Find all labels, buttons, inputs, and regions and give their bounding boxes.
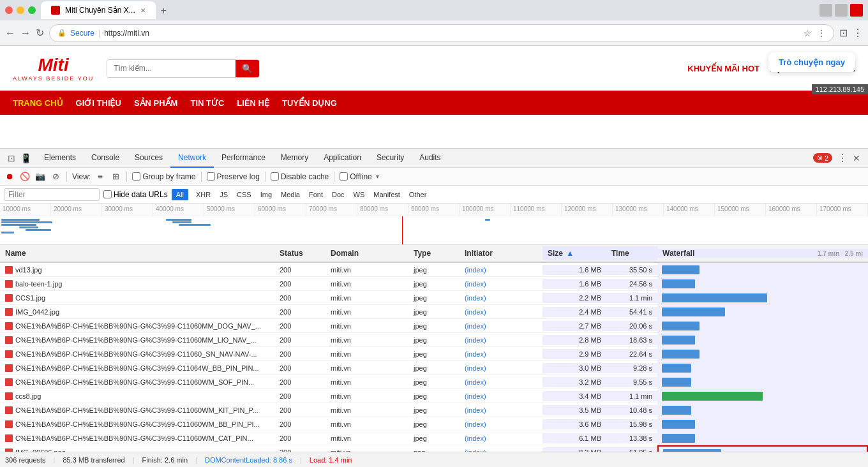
hide-data-urls-checkbox[interactable]: Hide data URLs bbox=[103, 190, 168, 199]
table-row[interactable]: C%E1%BA%B6P-CH%E1%BB%90NG-G%C3%99-C11060… bbox=[0, 333, 868, 347]
minimize-traffic[interactable] bbox=[17, 6, 24, 14]
tab-console[interactable]: Console bbox=[84, 149, 127, 168]
close-traffic[interactable] bbox=[5, 6, 13, 14]
device-toolbar-icon[interactable]: 📱 bbox=[20, 153, 31, 163]
group-by-frame-checkbox[interactable]: Group by frame bbox=[132, 172, 195, 181]
table-row[interactable]: C%E1%BA%B6P-CH%E1%BB%90NG-G%C3%99-C11060… bbox=[0, 403, 868, 417]
tab-security[interactable]: Security bbox=[369, 149, 412, 168]
disable-cache-checkbox[interactable]: Disable cache bbox=[271, 172, 329, 181]
nav-contact[interactable]: LIÊN HỆ bbox=[237, 98, 269, 108]
col-header-initiator[interactable]: Initiator bbox=[460, 246, 542, 260]
table-row[interactable]: IMG_0442.jpg 200 miti.vn jpeg (index) 2.… bbox=[0, 305, 868, 319]
nav-about[interactable]: GIỚI THIỆU bbox=[76, 98, 121, 108]
website-search-input[interactable] bbox=[107, 60, 236, 77]
disable-cache-input[interactable] bbox=[271, 172, 279, 181]
win-maximize[interactable] bbox=[835, 4, 848, 17]
refresh-button[interactable]: ↻ bbox=[36, 27, 44, 39]
table-row[interactable]: vd13.jpg 200 miti.vn jpeg (index) 1.6 MB… bbox=[0, 263, 868, 277]
initiator-link[interactable]: (index) bbox=[465, 294, 486, 302]
tab-network[interactable]: Network bbox=[170, 149, 214, 168]
table-row[interactable]: balo-teen-1.jpg 200 miti.vn jpeg (index)… bbox=[0, 277, 868, 291]
filter-input[interactable] bbox=[4, 188, 100, 201]
table-row[interactable]: ccs8.jpg 200 miti.vn jpeg (index) 3.4 MB… bbox=[0, 389, 868, 403]
clear-button[interactable]: 🚫 bbox=[19, 171, 31, 182]
nav-home[interactable]: TRANG CHỦ bbox=[13, 98, 63, 108]
address-more-icon[interactable]: ⋮ bbox=[817, 28, 826, 38]
menu-button[interactable]: ⋮ bbox=[853, 27, 863, 39]
type-filter-ws[interactable]: WS bbox=[350, 189, 369, 200]
nav-news[interactable]: TIN TỨC bbox=[190, 98, 224, 108]
new-tab-button[interactable]: + bbox=[156, 3, 172, 19]
tab-memory[interactable]: Memory bbox=[273, 149, 316, 168]
initiator-link[interactable]: (index) bbox=[465, 364, 486, 372]
hide-data-urls-input[interactable] bbox=[103, 190, 112, 198]
win-minimize[interactable] bbox=[819, 4, 832, 17]
type-filter-js[interactable]: JS bbox=[216, 189, 232, 200]
nav-recruitment[interactable]: TUYỂN DỤNG bbox=[282, 98, 337, 108]
initiator-link[interactable]: (index) bbox=[465, 266, 486, 274]
table-row[interactable]: C%E1%BA%B6P-CH%E1%BB%90NG-G%C3%99-C11060… bbox=[0, 417, 868, 431]
table-row[interactable]: C%E1%BA%B6P-CH%E1%BB%90NG-G%C3%99-C11060… bbox=[0, 347, 868, 361]
tab-performance[interactable]: Performance bbox=[214, 149, 273, 168]
preserve-log-checkbox[interactable]: Preserve log bbox=[207, 172, 260, 181]
tab-audits[interactable]: Audits bbox=[412, 149, 448, 168]
devtools-close-button[interactable]: ✕ bbox=[853, 153, 860, 163]
table-row[interactable]: C%E1%BA%B6P-CH%E1%BB%90NG-G%C3%99-C11060… bbox=[0, 431, 868, 445]
col-header-size[interactable]: Size ▲ bbox=[542, 246, 606, 260]
initiator-link[interactable]: (index) bbox=[465, 280, 486, 288]
inspect-element-icon[interactable]: ⊡ bbox=[8, 153, 15, 163]
group-by-frame-input[interactable] bbox=[132, 172, 140, 181]
initiator-link[interactable]: (index) bbox=[465, 392, 486, 400]
col-header-type[interactable]: Type bbox=[408, 246, 460, 260]
initiator-link[interactable]: (index) bbox=[465, 350, 486, 358]
view-list-icon[interactable]: ≡ bbox=[94, 171, 106, 182]
type-filter-font[interactable]: Font bbox=[305, 189, 327, 200]
preserve-log-input[interactable] bbox=[207, 172, 215, 181]
table-row[interactable]: C%E1%BA%B6P-CH%E1%BB%90NG-G%C3%99-C11060… bbox=[0, 375, 868, 389]
extensions-icon[interactable]: ⊡ bbox=[839, 27, 848, 39]
table-row[interactable]: C%E1%BA%B6P-CH%E1%BB%90NG-G%C3%99-C11060… bbox=[0, 319, 868, 333]
initiator-link[interactable]: (index) bbox=[465, 420, 486, 428]
maximize-traffic[interactable] bbox=[28, 6, 36, 14]
initiator-link[interactable]: (index) bbox=[465, 378, 486, 386]
browser-tab-miti[interactable]: Miti Chuyên Sản X... ✕ bbox=[41, 1, 156, 19]
type-filter-doc[interactable]: Doc bbox=[328, 189, 348, 200]
tab-elements[interactable]: Elements bbox=[36, 149, 84, 168]
col-header-time[interactable]: Time bbox=[606, 246, 657, 260]
forward-button[interactable]: → bbox=[20, 27, 31, 39]
website-search-bar[interactable]: 🔍 bbox=[107, 59, 260, 78]
type-filter-all[interactable]: All bbox=[172, 189, 188, 200]
initiator-link[interactable]: (index) bbox=[465, 406, 486, 414]
view-grid-icon[interactable]: ⊞ bbox=[110, 171, 121, 182]
table-row[interactable]: CCS1.jpg 200 miti.vn jpeg (index) 2.2 MB… bbox=[0, 291, 868, 305]
initiator-link[interactable]: (index) bbox=[465, 434, 486, 442]
type-filter-media[interactable]: Media bbox=[277, 189, 304, 200]
camera-button[interactable]: 📷 bbox=[34, 171, 46, 182]
filter-icon[interactable]: ⊘ bbox=[50, 171, 61, 182]
devtools-settings-icon[interactable]: ⋮ bbox=[837, 152, 848, 164]
col-header-name[interactable]: Name bbox=[0, 246, 274, 260]
type-filter-manifest[interactable]: Manifest bbox=[370, 189, 404, 200]
throttle-dropdown[interactable]: ▾ bbox=[376, 173, 379, 180]
bookmark-icon[interactable]: ☆ bbox=[804, 28, 812, 38]
back-button[interactable]: ← bbox=[5, 27, 15, 39]
tab-application[interactable]: Application bbox=[316, 149, 369, 168]
website-search-button[interactable]: 🔍 bbox=[236, 60, 259, 77]
initiator-link[interactable]: (index) bbox=[465, 336, 486, 344]
tab-close-button[interactable]: ✕ bbox=[140, 7, 146, 14]
nav-products[interactable]: SẢN PHẨM bbox=[134, 98, 178, 108]
address-input-box[interactable]: 🔒 Secure | https://miti.vn ☆ ⋮ bbox=[49, 24, 834, 42]
type-filter-img[interactable]: Img bbox=[257, 189, 276, 200]
type-filter-css[interactable]: CSS bbox=[233, 189, 255, 200]
offline-input[interactable] bbox=[340, 172, 348, 181]
table-row[interactable]: IMG_00696.png 200 miti.vn png (index) 8.… bbox=[0, 445, 868, 452]
chat-bubble[interactable]: Trò chuyện ngay bbox=[768, 52, 855, 72]
offline-checkbox[interactable]: Offline bbox=[340, 172, 371, 181]
initiator-link[interactable]: (index) bbox=[465, 308, 486, 316]
col-header-waterfall[interactable]: Waterfall 1.7 min 2.5 mi bbox=[657, 249, 868, 258]
type-filter-xhr[interactable]: XHR bbox=[192, 189, 214, 200]
tab-sources[interactable]: Sources bbox=[127, 149, 170, 168]
type-filter-other[interactable]: Other bbox=[405, 189, 431, 200]
initiator-link[interactable]: (index) bbox=[465, 322, 486, 330]
col-header-status[interactable]: Status bbox=[274, 246, 326, 260]
